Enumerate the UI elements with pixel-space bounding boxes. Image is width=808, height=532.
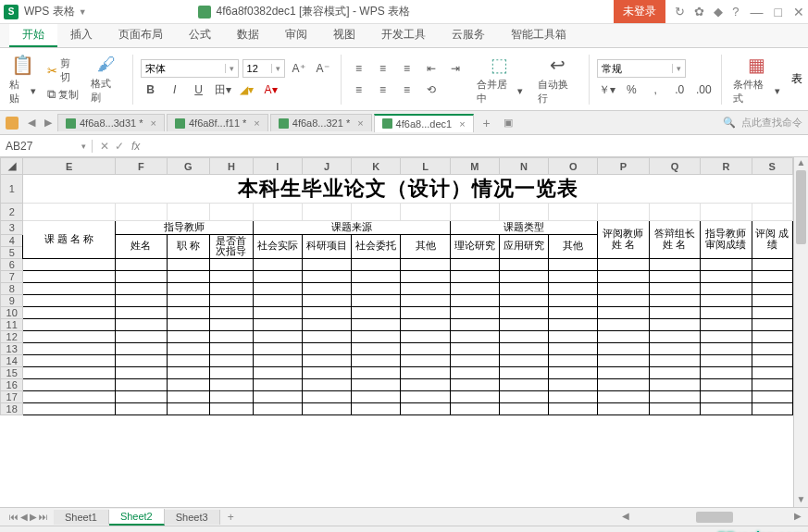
login-status-button[interactable]: 未登录 xyxy=(614,0,665,23)
menu-tab-start[interactable]: 开始 xyxy=(9,24,57,47)
tab-nav-prev[interactable]: ◀ xyxy=(24,117,39,129)
paste-button[interactable]: 📋 粘贴▾ xyxy=(6,52,40,107)
align-top-button[interactable]: ≡ xyxy=(349,59,369,78)
sheet-icon xyxy=(66,118,76,129)
scroll-thumb[interactable] xyxy=(796,170,806,244)
underline-button[interactable]: U xyxy=(189,80,209,99)
sheet-tab-2[interactable]: Sheet3 xyxy=(165,510,220,525)
scroll-right-icon[interactable]: ▶ xyxy=(791,511,804,524)
indent-dec-button[interactable]: ⇤ xyxy=(421,59,441,78)
menu-tab-view[interactable]: 视图 xyxy=(320,24,368,47)
search-icon[interactable]: 🔍 xyxy=(723,117,736,129)
font-size-select[interactable]: ▾ xyxy=(242,59,285,78)
scroll-up-icon[interactable]: ▲ xyxy=(794,157,808,170)
settings-icon[interactable]: ✿ xyxy=(694,5,704,19)
vertical-scrollbar[interactable]: ▲ ▼ xyxy=(793,157,808,507)
menu-tab-insert[interactable]: 插入 xyxy=(57,24,106,47)
scroll-left-icon[interactable]: ◀ xyxy=(619,511,632,524)
doc-tab-1[interactable]: 4f6a8f...f11 *× xyxy=(167,114,268,131)
close-tab-icon[interactable]: × xyxy=(151,118,156,129)
align-right-button[interactable]: ≡ xyxy=(397,80,417,99)
clipboard-icon: 📋 xyxy=(11,54,34,76)
table-row: 15 xyxy=(1,366,793,378)
formula-input[interactable] xyxy=(145,140,808,153)
sync-icon[interactable]: ↻ xyxy=(675,5,685,19)
tab-list-button[interactable]: ▣ xyxy=(500,117,516,129)
conditional-format-button[interactable]: ▦ 条件格式▾ xyxy=(729,52,784,107)
confirm-edit-icon[interactable]: ✓ xyxy=(115,140,124,153)
tab-nav-next[interactable]: ▶ xyxy=(41,117,56,129)
font-name-select[interactable]: ▾ xyxy=(141,59,239,78)
close-tab-icon[interactable]: × xyxy=(254,118,259,129)
align-center-button[interactable]: ≡ xyxy=(373,80,393,99)
doc-tab-3[interactable]: 4f6a8...dec1× xyxy=(374,114,474,132)
decimal-dec-button[interactable]: .00 xyxy=(693,80,714,99)
merge-center-button[interactable]: ⬚ 合并居中▾ xyxy=(473,52,528,107)
align-left-button[interactable]: ≡ xyxy=(349,80,369,99)
sheet-first-icon[interactable]: ⏮ xyxy=(9,512,19,522)
menu-bar: 开始 插入 页面布局 公式 数据 审阅 视图 开发工具 云服务 智能工具箱 xyxy=(0,24,808,48)
help-icon[interactable]: ? xyxy=(732,5,739,19)
menu-tab-layout[interactable]: 页面布局 xyxy=(106,24,176,47)
number-format-select[interactable]: ▾ xyxy=(597,59,686,78)
italic-button[interactable]: I xyxy=(165,80,185,99)
maximize-button[interactable]: □ xyxy=(775,5,782,19)
menu-tab-dev[interactable]: 开发工具 xyxy=(368,24,439,47)
currency-button[interactable]: ￥▾ xyxy=(597,80,617,99)
align-bottom-button[interactable]: ≡ xyxy=(397,59,417,78)
new-sheet-button[interactable]: + xyxy=(220,511,242,524)
border-button[interactable]: 田▾ xyxy=(213,80,233,99)
doc-tab-2[interactable]: 4f6a8...321 *× xyxy=(270,114,372,131)
sheet-tab-1[interactable]: Sheet2 xyxy=(109,509,165,526)
skin-icon[interactable]: ◆ xyxy=(714,5,723,19)
decrease-font-button[interactable]: A⁻ xyxy=(313,59,333,78)
align-middle-button[interactable]: ≡ xyxy=(373,59,393,78)
decimal-inc-button[interactable]: .0 xyxy=(669,80,690,99)
search-hint[interactable]: 点此查找命令 xyxy=(741,116,802,130)
indent-inc-button[interactable]: ⇥ xyxy=(445,59,466,78)
grid[interactable]: ◢ E F G H I J K L M N O P Q R S 1 本科生毕业论… xyxy=(0,157,793,415)
cancel-edit-icon[interactable]: ✕ xyxy=(100,140,109,153)
horizontal-scrollbar[interactable]: ◀ ▶ xyxy=(619,511,804,524)
menu-tab-review[interactable]: 审阅 xyxy=(272,24,320,47)
fx-icon[interactable]: fx xyxy=(131,140,140,153)
sheet-tabs: ⏮ ◀ ▶ ⏭ Sheet1 Sheet2 Sheet3 + ◀ ▶ xyxy=(0,507,808,526)
sheet-last-icon[interactable]: ⏭ xyxy=(39,512,48,522)
menu-tab-formula[interactable]: 公式 xyxy=(176,24,224,47)
close-tab-icon[interactable]: × xyxy=(357,118,363,129)
percent-button[interactable]: % xyxy=(621,80,641,99)
scroll-down-icon[interactable]: ▼ xyxy=(794,494,808,507)
cut-button[interactable]: ✂剪切 xyxy=(47,56,80,84)
menu-tab-smart[interactable]: 智能工具箱 xyxy=(498,24,579,47)
close-button[interactable]: ✕ xyxy=(793,5,804,19)
format-painter-button[interactable]: 🖌 格式刷 xyxy=(87,52,124,106)
bold-button[interactable]: B xyxy=(141,80,161,99)
table-row: 11 xyxy=(1,318,793,330)
menu-tab-cloud[interactable]: 云服务 xyxy=(439,24,498,47)
scroll-thumb[interactable] xyxy=(696,512,733,523)
table-format-button[interactable]: 表 xyxy=(791,71,802,87)
sheet-next-icon[interactable]: ▶ xyxy=(30,512,37,522)
wrap-text-button[interactable]: ↩ 自动换行 xyxy=(534,52,581,107)
comma-button[interactable]: , xyxy=(645,80,665,99)
table-row: 16 xyxy=(1,378,793,390)
name-box[interactable]: AB27▾ xyxy=(0,140,93,153)
app-menu-dropdown[interactable]: ▼ xyxy=(79,7,87,17)
copy-button[interactable]: ⧉复制 xyxy=(47,87,80,102)
new-tab-button[interactable]: + xyxy=(476,116,498,130)
workspace-icon[interactable] xyxy=(6,117,19,130)
close-tab-icon[interactable]: × xyxy=(459,118,465,130)
fill-color-button[interactable]: ◢▾ xyxy=(237,80,257,99)
column-headers[interactable]: ◢ E F G H I J K L M N O P Q R S xyxy=(1,158,793,175)
font-color-button[interactable]: A▾ xyxy=(261,80,281,99)
sheet-prev-icon[interactable]: ◀ xyxy=(20,512,28,522)
minimize-button[interactable]: — xyxy=(751,5,764,19)
menu-tab-data[interactable]: 数据 xyxy=(224,24,272,47)
sheet-tab-0[interactable]: Sheet1 xyxy=(54,510,109,525)
orientation-button[interactable]: ⟲ xyxy=(421,80,441,99)
doc-tab-0[interactable]: 4f6a8...3d31 *× xyxy=(57,114,165,131)
increase-font-button[interactable]: A⁺ xyxy=(289,59,309,78)
select-all-corner[interactable]: ◢ xyxy=(1,158,23,175)
table-row[interactable]: 1 本科生毕业论文（设计）情况一览表 xyxy=(1,175,793,204)
formula-bar: AB27▾ ✕ ✓ fx xyxy=(0,135,808,157)
